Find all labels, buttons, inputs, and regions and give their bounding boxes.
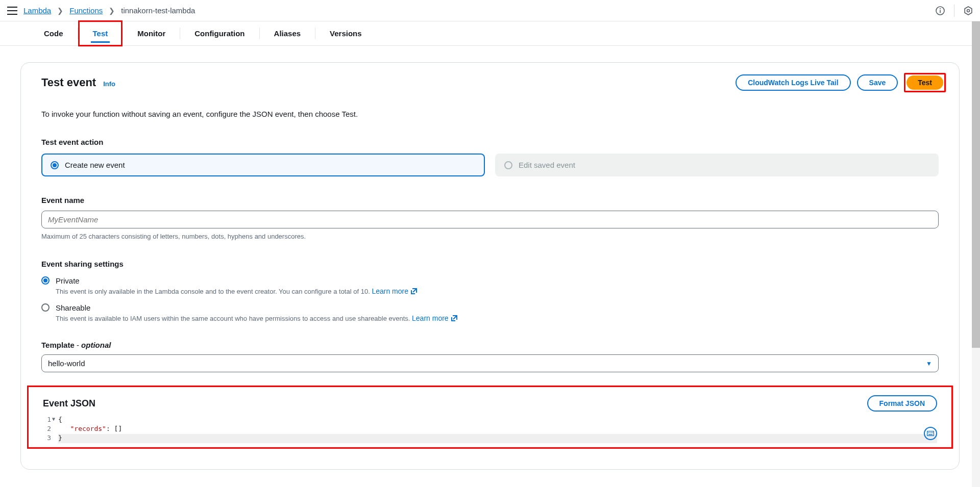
test-button[interactable]: Test <box>906 75 943 90</box>
svg-point-4 <box>967 9 970 12</box>
panel-title: Test event <box>41 76 96 89</box>
chevron-right-icon: ❯ <box>109 7 115 15</box>
topbar: Lambda ❯ Functions ❯ tinnakorn-test-lamb… <box>0 0 980 21</box>
svg-point-8 <box>929 432 930 433</box>
action-label: Test event action <box>41 138 939 146</box>
svg-rect-2 <box>940 10 941 13</box>
cloudwatch-logs-button[interactable]: CloudWatch Logs Live Tail <box>736 74 850 91</box>
sharing-shareable-desc: This event is available to IAM users wit… <box>56 314 939 322</box>
sharing-private-option[interactable]: Private <box>41 276 939 285</box>
template-label: Template - optional <box>41 341 939 349</box>
breadcrumb-functions[interactable]: Functions <box>69 6 103 15</box>
json-editor[interactable]: ▼ 123 { "records": [] } <box>43 416 937 443</box>
tab-test[interactable]: Test <box>78 20 123 46</box>
radio-disabled-icon <box>504 161 512 169</box>
event-json-section: Event JSON Format JSON ▼ 123 { "records"… <box>27 386 953 449</box>
tab-versions[interactable]: Versions <box>315 21 376 45</box>
radio-selected-icon <box>41 276 50 285</box>
keyboard-icon[interactable] <box>924 427 937 440</box>
svg-point-9 <box>931 432 932 433</box>
svg-point-1 <box>940 8 941 9</box>
event-json-title: Event JSON <box>43 398 95 409</box>
line-gutter: 123 <box>43 416 56 443</box>
event-name-hint: Maximum of 25 characters consisting of l… <box>41 233 939 240</box>
settings-icon[interactable] <box>964 6 973 15</box>
breadcrumb: Lambda ❯ Functions ❯ tinnakorn-test-lamb… <box>23 6 195 15</box>
tab-code[interactable]: Code <box>30 21 78 45</box>
external-link-icon <box>451 315 458 322</box>
divider <box>954 5 954 17</box>
tab-aliases[interactable]: Aliases <box>260 21 315 45</box>
sharing-private-desc: This event is only available in the Lamb… <box>56 287 939 295</box>
breadcrumb-lambda[interactable]: Lambda <box>23 6 51 15</box>
scrollbar-thumb[interactable] <box>972 21 980 348</box>
info-link[interactable]: Info <box>103 80 115 88</box>
sharing-shareable-option[interactable]: Shareable <box>41 303 939 312</box>
tab-monitor[interactable]: Monitor <box>123 21 180 45</box>
template-value: hello-world <box>48 359 85 368</box>
save-button[interactable]: Save <box>857 74 898 91</box>
svg-rect-5 <box>927 431 934 436</box>
svg-point-7 <box>928 432 929 433</box>
sharing-label: Event sharing settings <box>41 260 939 268</box>
event-name-label: Event name <box>41 196 939 204</box>
learn-more-link[interactable]: Learn more <box>372 287 418 295</box>
learn-more-link[interactable]: Learn more <box>412 314 458 322</box>
test-event-panel: Test event Info CloudWatch Logs Live Tai… <box>20 62 960 470</box>
create-event-option[interactable]: Create new event <box>41 153 485 176</box>
caret-down-icon: ▼ <box>926 360 932 367</box>
svg-rect-6 <box>928 434 933 435</box>
panel-description: To invoke your function without saving a… <box>41 110 939 118</box>
breadcrumb-current: tinnakorn-test-lambda <box>121 6 195 15</box>
hamburger-icon[interactable] <box>7 7 17 15</box>
template-select[interactable]: hello-world ▼ <box>41 354 939 372</box>
test-button-highlight: Test <box>904 73 946 92</box>
external-link-icon <box>410 288 418 295</box>
svg-marker-3 <box>965 7 972 15</box>
svg-point-10 <box>933 432 934 433</box>
radio-selected-icon <box>51 161 59 169</box>
info-icon[interactable] <box>936 6 945 15</box>
tabs: Code Test Monitor Configuration Aliases … <box>0 21 980 46</box>
tab-configuration[interactable]: Configuration <box>180 21 259 45</box>
radio-unselected-icon <box>41 303 50 312</box>
edit-event-option: Edit saved event <box>495 153 939 176</box>
format-json-button[interactable]: Format JSON <box>867 395 937 412</box>
chevron-right-icon: ❯ <box>57 7 63 15</box>
event-name-input[interactable] <box>41 211 939 228</box>
